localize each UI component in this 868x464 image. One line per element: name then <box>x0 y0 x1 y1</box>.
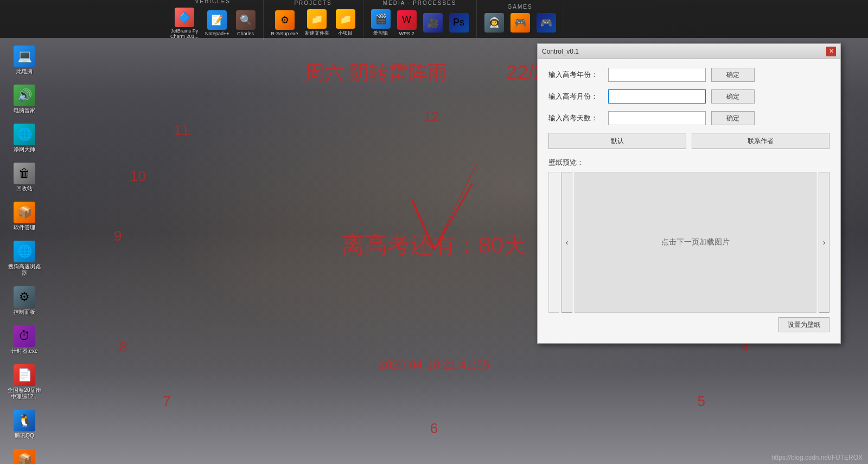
taskbar-icon-rsetup[interactable]: ⚙R-Setup.exe <box>269 9 301 37</box>
taskbar-icon-aijianji[interactable]: 🎬爱剪辑 <box>369 8 393 38</box>
software-desktop-icon: 📦 <box>14 202 35 223</box>
wallpaper-preview-box: 点击下一页加载图片 <box>575 172 816 313</box>
dialog-row-month: 输入高考月份： 确定 <box>548 89 829 104</box>
wallpaper-next-button[interactable]: › <box>819 172 829 313</box>
notepadpp-icon: 📝 <box>207 10 227 30</box>
taskbar-icon-jetbrains[interactable]: 🔷JetBrains Py Charm 201... <box>168 7 201 40</box>
panel-desktop-label: 控制面板 <box>14 309 35 315</box>
taskbar-section-projects: PROJECTS⚙R-Setup.exe📁新建文件夹📁小项目 <box>264 0 363 38</box>
rsetup-label: R-Setup.exe <box>271 31 298 36</box>
dialog-titlebar: Control_v0.1 ✕ <box>538 44 840 59</box>
charles-label: Charles <box>237 31 254 36</box>
taskbar-section-vehicles: VEHICLES🔷JetBrains Py Charm 201...📝Notep… <box>163 0 264 40</box>
set-wallpaper-button[interactable]: 设置为壁纸 <box>778 317 829 332</box>
rsetup-icon: ⚙ <box>275 10 295 30</box>
confirm-year-button[interactable]: 确定 <box>711 68 755 82</box>
taskbar-section-games: GAMES👨‍🚀🎮🎮 <box>477 4 564 35</box>
taskbar-section-label: GAMES <box>508 4 533 10</box>
bandizip-desktop-icon: 📦 <box>14 449 35 464</box>
mypc-desktop-icon: 💻 <box>14 46 35 67</box>
steam-icon: 🎮 <box>537 13 556 33</box>
taskbar-section-label: MEDIA · PROCESSES <box>383 0 457 6</box>
desktop-icon-panel[interactable]: ⚙控制面板 <box>5 284 43 318</box>
wallpaper-load-text[interactable]: 点击下一页加载图片 <box>661 237 730 247</box>
input-year[interactable] <box>608 68 706 82</box>
desktop-icon-speaker[interactable]: 🔊电脑音家 <box>5 82 43 116</box>
desktop: VEHICLES🔷JetBrains Py Charm 201...📝Notep… <box>0 0 868 464</box>
taskbar-icon-wps[interactable]: WWPS 2 <box>395 9 419 37</box>
taskbar-icon-charles[interactable]: 🔍Charles <box>234 9 258 37</box>
desktop-icon-exam[interactable]: 📄全国卷20届衔中理综12... <box>5 362 43 402</box>
wallpaper-section: 壁纸预览： ‹ 点击下一页加载图片 › <box>548 158 829 313</box>
wps-icon: W <box>397 10 417 30</box>
wps-label: WPS 2 <box>399 31 414 36</box>
desktop-icon-software[interactable]: 📦软件管理 <box>5 199 43 233</box>
taskbar-icon-project[interactable]: 📁小项目 <box>334 8 358 38</box>
aijianji-label: 爱剪辑 <box>373 30 388 37</box>
desktop-icon-mypc[interactable]: 💻此电脑 <box>5 43 43 77</box>
confirm-month-button[interactable]: 确定 <box>711 89 755 104</box>
label-days: 输入高考天数： <box>548 113 603 123</box>
taskbar-section-label: VEHICLES <box>195 0 231 4</box>
dialog-title: Control_v0.1 <box>542 48 579 55</box>
mypc-desktop-label: 此电脑 <box>16 68 33 75</box>
dialog-window: Control_v0.1 ✕ 输入高考年份： 确定 输入高考月份： 确定 输入高… <box>537 43 841 344</box>
taskbar-icon-csgo[interactable]: 🎮 <box>508 12 532 35</box>
taskbar-icon-astronaut[interactable]: 👨‍🚀 <box>482 12 506 35</box>
jetbrains-icon: 🔷 <box>175 8 194 27</box>
qq-desktop-label: 腾讯QQ <box>15 433 34 439</box>
wallpaper-left-strip <box>548 172 559 313</box>
browser-desktop-icon: 🌐 <box>14 241 35 262</box>
wallpaper-preview-container: ‹ 点击下一页加载图片 › <box>548 172 829 313</box>
desktop-icon-trash[interactable]: 🗑回收站 <box>5 160 43 194</box>
netmaster-desktop-label: 净网大师 <box>14 146 35 153</box>
default-button[interactable]: 默认 <box>548 133 686 149</box>
charles-icon: 🔍 <box>236 10 256 30</box>
contact-author-button[interactable]: 联系作者 <box>692 133 829 149</box>
aijianji-icon: 🎬 <box>371 9 391 29</box>
dialog-row-year: 输入高考年份： 确定 <box>548 68 829 82</box>
dialog-close-button[interactable]: ✕ <box>826 47 836 56</box>
dialog-action-row: 默认 联系作者 <box>548 133 829 149</box>
input-days[interactable] <box>608 111 706 125</box>
newfolder-icon: 📁 <box>307 9 327 29</box>
browser-desktop-label: 搜狗高速浏览器 <box>8 263 41 276</box>
confirm-days-button[interactable]: 确定 <box>711 111 755 125</box>
taskbar-icon-ps[interactable]: Ps <box>447 12 471 35</box>
taskbar-icon-steam[interactable]: 🎮 <box>534 12 558 35</box>
trash-desktop-label: 回收站 <box>16 185 33 192</box>
speaker-desktop-icon: 🔊 <box>14 85 35 106</box>
taskbar-icon-newfolder[interactable]: 📁新建文件夹 <box>303 8 331 38</box>
label-year: 输入高考年份： <box>548 70 603 80</box>
speaker-desktop-label: 电脑音家 <box>14 107 35 114</box>
timer-desktop-icon: ⏱ <box>14 325 35 347</box>
desktop-icon-netmaster[interactable]: 🌐净网大师 <box>5 121 43 155</box>
software-desktop-label: 软件管理 <box>14 224 35 231</box>
qq-desktop-icon: 🐧 <box>14 410 35 431</box>
notepadpp-label: Notepad++ <box>205 31 229 36</box>
desktop-icon-browser[interactable]: 🌐搜狗高速浏览器 <box>5 239 43 279</box>
exam-desktop-label: 全国卷20届衔中理综12... <box>8 387 41 400</box>
newfolder-label: 新建文件夹 <box>305 30 329 37</box>
panel-desktop-icon: ⚙ <box>14 286 35 308</box>
dialog-row-days: 输入高考天数： 确定 <box>548 111 829 125</box>
taskbar-section-media-·-processes: MEDIA · PROCESSES🎬爱剪辑WWPS 2🎥Ps <box>363 0 477 38</box>
desktop-icon-qq[interactable]: 🐧腾讯QQ <box>5 408 43 441</box>
jetbrains-label: JetBrains Py Charm 201... <box>170 28 199 39</box>
screen-icon: 🎥 <box>423 13 443 33</box>
input-month[interactable] <box>608 89 706 104</box>
dialog-body: 输入高考年份： 确定 输入高考月份： 确定 输入高考天数： 确定 默认 联系作者 <box>538 59 840 343</box>
desktop-icon-timer[interactable]: ⏱计时器.exe <box>5 323 43 357</box>
ps-icon: Ps <box>449 13 469 33</box>
trash-desktop-icon: 🗑 <box>14 163 35 184</box>
desktop-icon-bandizip[interactable]: 📦Bandizip <box>5 447 43 464</box>
dialog-footer: 设置为壁纸 <box>548 313 829 334</box>
taskbar-icon-screen[interactable]: 🎥 <box>421 12 445 35</box>
netmaster-desktop-icon: 🌐 <box>14 124 35 145</box>
taskbar-icon-notepadpp[interactable]: 📝Notepad++ <box>203 9 232 37</box>
taskbar: VEHICLES🔷JetBrains Py Charm 201...📝Notep… <box>0 0 868 38</box>
timer-desktop-label: 计时器.exe <box>11 348 38 355</box>
wallpaper-section-label: 壁纸预览： <box>548 158 829 167</box>
exam-desktop-icon: 📄 <box>14 364 35 386</box>
wallpaper-prev-button[interactable]: ‹ <box>561 172 572 313</box>
